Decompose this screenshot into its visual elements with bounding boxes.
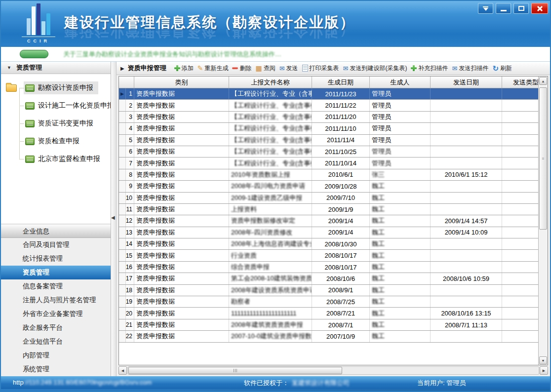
table-row[interactable]: 11资质申报数据上报资料2009/1/9魏工 (119, 204, 538, 215)
tree-item[interactable]: 北京市监督检查申报 (24, 150, 110, 168)
splitter-collapse-arrow[interactable]: ◀ (111, 215, 115, 220)
tree-item[interactable]: 资质检查申报 (24, 132, 110, 150)
horizontal-scrollbar[interactable]: ◀ ▶ (118, 366, 548, 375)
cell-send-date (431, 250, 502, 261)
row-indicator (119, 100, 126, 111)
nav-item[interactable]: 注册人员与照片签名管理 (1, 293, 111, 307)
tree-item-inner[interactable]: 北京市监督检查申报 (24, 153, 105, 165)
toolbar-button[interactable]: ✉发送 (279, 64, 298, 73)
toolbar-button[interactable]: ✉发送扫描件 (452, 64, 488, 73)
grid-column-header[interactable]: 生成日期 (312, 77, 370, 88)
toolbar-button[interactable]: ✉发送到建设部(采集表) (343, 64, 407, 73)
nav-item[interactable]: 企业短信平台 (1, 335, 111, 349)
table-row[interactable]: 22资质申报数据2007-10-0建筑业资质申报数据2007/10/9魏工 (119, 331, 538, 342)
table-row[interactable]: 15资质申报数据行业资质2008/10/17魏工 (119, 250, 538, 261)
cell-generate-person: 魏工 (370, 215, 431, 226)
table-row[interactable]: 8资质申报数据2010年资质数据上报2010/6/1张三2010/6/1 15:… (119, 169, 538, 181)
table-row[interactable]: 13资质申报数据2008年-四川资质修改2009/1/4魏工2009/1/4 1… (119, 227, 538, 238)
grid-column-header[interactable]: 发送类型 (502, 77, 538, 88)
table-row[interactable]: 12资质申报数据资质申报数据修改审定2009/1/4魏工2009/1/4 14:… (119, 215, 538, 227)
toolbar-button[interactable]: 补充扫描件 (411, 64, 448, 73)
maximize-button[interactable] (513, 3, 529, 14)
hscroll-thumb[interactable] (128, 367, 342, 374)
table-row[interactable]: 20资质申报数据1111111111111111111112008/7/21魏工… (119, 308, 538, 319)
cell-generate-person: 魏工 (370, 204, 431, 215)
table-row[interactable]: 19资质申报数据勘察者2008/7/25魏工 (119, 296, 538, 308)
nav-item[interactable]: 外省市企业备案管理 (1, 307, 111, 321)
minimize-button[interactable] (496, 3, 511, 14)
table-row[interactable]: 14资质申报数据2008年上海信息咨询建设专业资质...2008/10/30魏工 (119, 238, 538, 250)
cell-file-name: 2009-1建设资质乙级申报 (229, 193, 312, 203)
notification-text[interactable]: 关于三显单办勘察设计企业资质申报业务知识与勘察设计管理信息系统操作… (63, 50, 281, 59)
page-icon (302, 65, 308, 72)
cell-generate-date: 2008/10/17 (312, 262, 370, 273)
hscroll-left-button[interactable]: ◀ (118, 366, 127, 375)
close-button[interactable] (531, 3, 548, 14)
table-row[interactable]: 3资质申报数据【工程设计行业、专业(含事务所...2011/11/20管理员 (119, 112, 538, 123)
cell-send-type (502, 285, 538, 296)
file-name-text: 【工程设计行业、专业(含事务所... (231, 159, 312, 168)
grid-column-header[interactable]: 上报文件名称 (229, 77, 312, 88)
nav-item[interactable]: 信息备案管理 (1, 279, 111, 293)
table-row[interactable]: 9资质申报数据2008年-四川电力资质申请2009/10/28魏工 (119, 181, 538, 192)
table-row[interactable]: ▶1资质申报数据【工程设计行业、专业（含事务所...2011/11/23管理员 (119, 88, 538, 100)
nav-item[interactable]: 内部管理 (1, 349, 111, 362)
vertical-scrollbar[interactable]: ▲ ≡ ▼ (538, 77, 548, 365)
tree-panel-header[interactable]: ▼ 资质管理 (1, 62, 111, 74)
nav-item[interactable]: 资质管理 (1, 266, 111, 279)
hscroll-right-button[interactable]: ▶ (540, 366, 548, 375)
table-row[interactable]: 4资质申报数据【工程设计行业、专业(含事务所...2011/11/10管理员 (119, 123, 538, 134)
pencil-icon: ✎ (197, 65, 203, 72)
title-bar: CCIR 建设行业管理信息系统（勘察设计企业版） 建设行业管理信息系统（勘察设计… (1, 1, 550, 47)
row-number: 3 (126, 112, 134, 122)
hscroll-track[interactable] (127, 366, 539, 375)
vscroll-up-button[interactable]: ▲ (539, 77, 547, 85)
toolbar-button[interactable]: 打印采集表 (302, 64, 339, 73)
nav-item[interactable]: 统计报表管理 (1, 252, 111, 266)
toolbar-button[interactable]: 添加 (174, 64, 194, 73)
file-name-text: 【工程设计行业、专业(含事务所... (231, 147, 312, 156)
file-name-text: 行业资质 (231, 251, 257, 260)
folder-icon[interactable] (6, 84, 17, 92)
row-indicator (119, 238, 126, 249)
tree-item-inner[interactable]: 资质检查申报 (24, 135, 84, 148)
tree-item[interactable]: 设计施工一体化资质申报 (24, 97, 110, 115)
main-area: ▶ 资质申报管理 添加✎重新生成删除▦查阅✉发送打印采集表✉发送到建设部(采集表… (117, 62, 550, 376)
cell-send-type (502, 308, 538, 318)
table-row[interactable]: 21资质申报数据2008年建筑资质资质申报2008/7/1魏工2008/7/1 … (119, 319, 538, 331)
row-indicator (119, 273, 126, 284)
nav-item[interactable]: 合同及项目管理 (1, 238, 111, 252)
table-row[interactable]: 5资质申报数据【工程设计行业、专业(含事务所...2011/11/4管理员 (119, 135, 538, 146)
tree-item-inner[interactable]: 勘察设计资质申报 (24, 81, 98, 94)
tree-item[interactable]: 勘察设计资质申报 (24, 79, 110, 97)
nav-item[interactable]: 系统管理 (1, 362, 111, 376)
toolbar-button[interactable]: ✎重新生成 (197, 64, 229, 73)
table-row[interactable]: 7资质申报数据【工程设计行业、专业(含事务所...2011/10/14管理员 (119, 157, 538, 169)
collapse-button[interactable] (478, 3, 493, 14)
panel-splitter[interactable]: ◀ (111, 62, 117, 376)
toolbar-button[interactable]: 删除 (232, 64, 251, 73)
vscroll-thumb[interactable]: ≡ (539, 87, 547, 230)
table-row[interactable]: 2资质申报数据【工程设计行业、专业(含事务所...2011/11/22管理员 (119, 100, 538, 111)
grid-column-header[interactable]: 类别 (134, 77, 229, 88)
cell-generate-person: 魏工 (370, 331, 431, 342)
notification-bar: 关于三显单办勘察设计企业资质申报业务知识与勘察设计管理信息系统操作… (1, 47, 550, 62)
grid-column-header[interactable]: 发送日期 (431, 77, 502, 88)
vscroll-down-button[interactable]: ▼ (539, 356, 547, 364)
table-row[interactable]: 10资质申报数据2009-1建设资质乙级申报2009/7/10魏工 (119, 193, 538, 204)
table-row[interactable]: 17资质申报数据第工会2008-10建筑装饰资质申报2008/10/6魏工200… (119, 273, 538, 284)
tree-item-inner[interactable]: 资质证书变更申报 (24, 117, 98, 130)
cell-file-name: 【工程设计行业、专业（含事务所... (229, 88, 312, 99)
table-row[interactable]: 16资质申报数据综合资质申报2008/10/17魏工 (119, 262, 538, 273)
table-row[interactable]: 18资质申报数据2008年建设资质系统资质申请2008/9/1魏工 (119, 285, 538, 296)
cell-generate-date: 2008/10/30 (312, 238, 370, 249)
nav-item[interactable]: 企业信息 (1, 224, 111, 238)
grid-column-header[interactable]: 生成人 (370, 77, 431, 88)
cell-generate-person: 魏工 (370, 181, 431, 192)
toolbar-button[interactable]: ▦查阅 (255, 64, 275, 73)
tree-item[interactable]: 资质证书变更申报 (24, 115, 110, 132)
tree-item-inner[interactable]: 设计施工一体化资质申报 (24, 99, 111, 112)
nav-item[interactable]: 政企服务平台 (1, 321, 111, 335)
table-row[interactable]: 6资质申报数据【工程设计行业、专业(含事务所...2011/10/25管理员 (119, 146, 538, 157)
toolbar-button[interactable]: ↻刷新 (492, 64, 512, 73)
